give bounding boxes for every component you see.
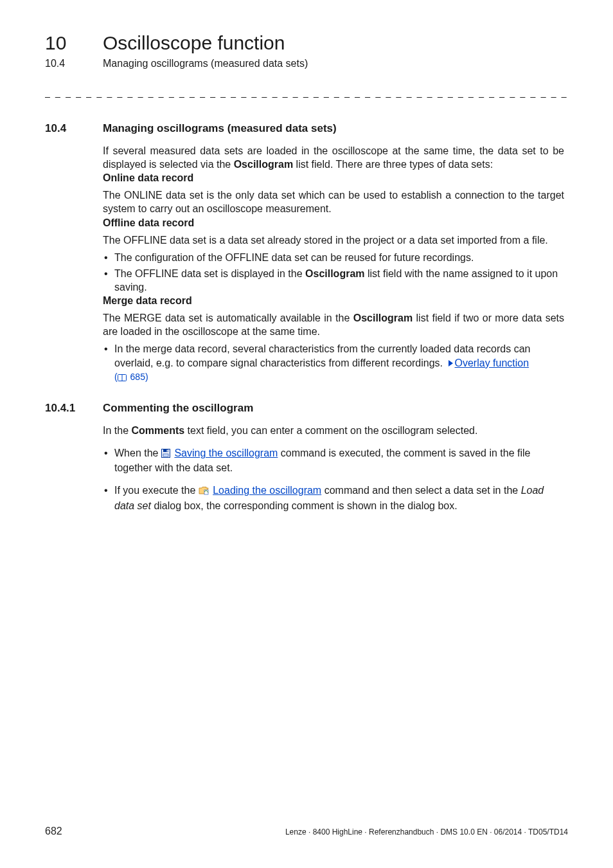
subsection-number: 10.4.1: [45, 402, 103, 415]
triangle-icon: [449, 360, 453, 366]
text: command and then select a data set in th…: [321, 485, 520, 496]
text-bold: Oscillogram: [353, 312, 413, 323]
text-bold: Comments: [131, 425, 184, 436]
save-icon: [161, 448, 170, 461]
text: If you execute the: [114, 485, 199, 496]
text: The OFFLINE data set is displayed in the: [114, 268, 305, 279]
text: When the: [114, 448, 161, 458]
text: text field, you can enter a comment on t…: [184, 425, 477, 436]
text: dialog box, the corresponding comment is…: [151, 500, 458, 511]
loading-oscillogram-link[interactable]: Loading the oscillogram: [213, 485, 321, 496]
svg-rect-4: [163, 454, 168, 457]
section-number: 10.4: [45, 122, 103, 135]
merge-body: The MERGE data set is automatically avai…: [103, 311, 564, 338]
text: list field. There are three types of dat…: [293, 159, 493, 170]
section-intro: If several measured data sets are loaded…: [103, 144, 564, 171]
list-item: The OFFLINE data set is displayed in the…: [103, 267, 564, 294]
list-item: If you execute the Loading the oscillogr…: [103, 484, 564, 512]
book-icon: [118, 372, 127, 384]
subhead-online: Online data record: [103, 171, 564, 185]
xref-page: 685: [130, 372, 145, 382]
text: The MERGE data set is automatically avai…: [103, 312, 353, 323]
list-item: When the Saving the oscillogram command …: [103, 446, 564, 475]
text: In the: [103, 425, 131, 436]
text-bold: Oscillogram: [234, 159, 293, 170]
online-body: The ONLINE data set is the only data set…: [103, 188, 564, 215]
svg-rect-5: [166, 450, 168, 452]
subhead-merge: Merge data record: [103, 294, 564, 307]
footer-info: Lenze · 8400 HighLine · Referenzhandbuch…: [285, 827, 568, 836]
open-folder-icon: [199, 485, 209, 498]
subhead-offline: Offline data record: [103, 216, 564, 230]
chapter-number: 10: [45, 32, 80, 54]
section-number-header: 10.4: [45, 58, 80, 69]
divider-dashes: _ _ _ _ _ _ _ _ _ _ _ _ _ _ _ _ _ _ _ _ …: [45, 87, 568, 99]
offline-body: The OFFLINE data set is a data set alrea…: [103, 233, 564, 247]
subsection-intro: In the Comments text field, you can ente…: [103, 424, 564, 437]
list-item: The configuration of the OFFLINE data se…: [103, 251, 564, 264]
section-title-header: Managing oscillograms (measured data set…: [103, 58, 308, 69]
cross-reference[interactable]: ( 685): [114, 371, 564, 384]
page-number: 682: [45, 826, 62, 837]
text-bold: Oscillogram: [305, 268, 364, 279]
section-title: Managing oscillograms (measured data set…: [103, 122, 337, 135]
saving-oscillogram-link[interactable]: Saving the oscillogram: [174, 448, 278, 458]
subsection-title: Commenting the oscillogram: [103, 402, 253, 415]
chapter-title: Oscilloscope function: [103, 32, 285, 54]
overlay-function-link[interactable]: Overlay function: [455, 357, 529, 368]
list-item: In the merge data record, several charac…: [103, 342, 564, 384]
